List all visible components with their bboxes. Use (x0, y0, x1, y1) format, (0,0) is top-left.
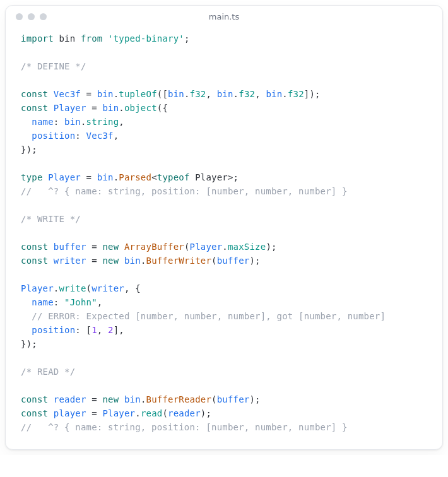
prop-position: position (21, 131, 75, 141)
keyword-import: import (21, 33, 54, 44)
keyword-new: new (102, 256, 119, 266)
paren-open: ( (86, 283, 92, 293)
type-arraybuffer: ArrayBuffer (124, 242, 184, 252)
prop-name: name (21, 297, 54, 307)
prop-string: string (86, 117, 119, 127)
colon: : (54, 297, 64, 307)
keyword-new: new (102, 394, 119, 404)
ident-bin: bin (124, 256, 141, 266)
keyword-const: const (21, 242, 48, 252)
comma: , (114, 131, 119, 141)
open-brace: ({ (157, 103, 168, 113)
brace-open: , { (124, 283, 141, 293)
comment-typehint: // ^? { name: string, position: [number,… (21, 422, 348, 432)
comma: , (97, 297, 103, 307)
ident-bin: bin (168, 89, 184, 99)
equals: = (86, 89, 97, 99)
comma: , (206, 89, 216, 99)
close-bracket: ]); (304, 89, 321, 99)
close-brace: }); (21, 144, 37, 155)
ident-player: Player (102, 408, 135, 418)
angle-close: >; (228, 172, 239, 182)
keyword-type: type (21, 172, 43, 182)
equals: = (86, 172, 97, 182)
dot: . (282, 89, 288, 99)
paren-open: ( (211, 394, 217, 404)
type-bufferreader: BufferReader (146, 394, 212, 404)
dot: . (184, 89, 190, 99)
prop-f32: f32 (239, 89, 255, 99)
window-controls (16, 13, 47, 20)
colon: : (54, 117, 64, 127)
ident-player: Player (190, 242, 223, 252)
type-bufferwriter: BufferWriter (146, 256, 212, 266)
paren-close: ); (266, 242, 276, 252)
dot: . (119, 103, 124, 113)
prop-f32: f32 (288, 89, 304, 99)
code-block: import bin from 'typed-binary'; /* DEFIN… (6, 25, 442, 449)
type-player: Player (43, 172, 86, 182)
comma: , (119, 117, 124, 127)
close-brace: }); (21, 339, 37, 349)
type-parsed: Parsed (119, 172, 151, 182)
keyword-new: new (102, 242, 119, 252)
paren-close: ); (249, 256, 260, 266)
window-title: main.ts (6, 12, 442, 21)
ident-bin: bin (102, 103, 119, 113)
number-2: 2 (108, 325, 114, 335)
ident-bin: bin (64, 117, 81, 127)
dot: . (141, 394, 146, 404)
equals: = (91, 408, 102, 418)
paren-open: ( (162, 408, 168, 418)
angle-open: < (151, 172, 157, 182)
window-minimize-dot[interactable] (28, 13, 35, 20)
method-read: read (141, 408, 163, 418)
string-literal: 'typed-binary' (102, 33, 184, 44)
ident-player: Player (21, 283, 54, 293)
dot: . (135, 408, 141, 418)
paren-open: ( (211, 256, 217, 266)
ident-writer: writer (48, 256, 91, 266)
comma: , (255, 89, 266, 99)
window-zoom-dot[interactable] (40, 13, 47, 20)
colon: : (75, 131, 86, 141)
method-tupleof: tupleOf (119, 89, 156, 99)
paren-open: ( (184, 242, 190, 252)
space (119, 256, 124, 266)
comment-write: /* WRITE */ (21, 214, 81, 224)
method-object: object (124, 103, 157, 113)
close-bracket: ], (114, 325, 124, 335)
ident-player: Player (190, 172, 228, 182)
ident-buffer: buffer (48, 242, 91, 252)
ident-writer: writer (91, 283, 124, 293)
ident-bin: bin (54, 33, 81, 44)
ident-bin: bin (97, 172, 114, 182)
ident-player-lc: player (48, 408, 91, 418)
paren-close: ); (249, 394, 260, 404)
method-write: write (59, 283, 86, 293)
paren-close: ); (201, 408, 211, 418)
keyword-const: const (21, 408, 48, 418)
keyword-typeof: typeof (157, 172, 190, 182)
equals: = (91, 256, 102, 266)
dot: . (141, 256, 146, 266)
ident-bin: bin (124, 394, 141, 404)
window-titlebar: main.ts (6, 6, 442, 25)
string-john: "John" (64, 297, 97, 307)
ident-vec3f: Vec3f (86, 131, 114, 141)
prop-position: position (21, 325, 75, 335)
prop-f32: f32 (190, 89, 206, 99)
keyword-const: const (21, 103, 48, 113)
keyword-const: const (21, 89, 48, 99)
keyword-const: const (21, 394, 48, 404)
keyword-from: from (81, 33, 103, 44)
ident-bin: bin (97, 89, 114, 99)
editor-window: main.ts import bin from 'typed-binary'; … (5, 5, 443, 450)
window-close-dot[interactable] (16, 13, 23, 20)
ident-reader: reader (48, 394, 91, 404)
ident-vec3f: Vec3f (48, 89, 86, 99)
comment-define: /* DEFINE */ (21, 61, 86, 71)
semicolon: ; (184, 33, 190, 44)
ident-bin: bin (217, 89, 233, 99)
keyword-const: const (21, 256, 48, 266)
